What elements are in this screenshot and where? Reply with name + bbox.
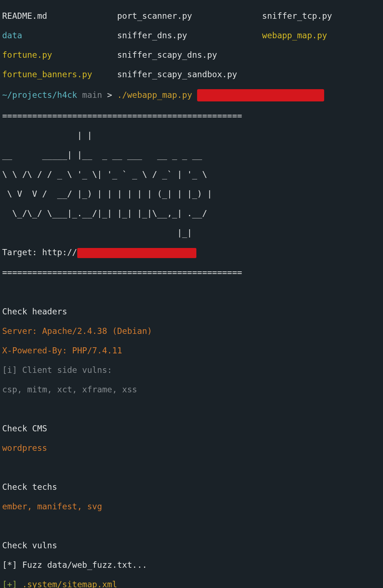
- blank-3: [2, 463, 381, 472]
- ls-row-4: fortune_banners.py sniffer_scapy_sandbox…: [2, 70, 381, 79]
- check-cms-title: Check CMS: [2, 424, 381, 434]
- file-port-scanner: port_scanner.py: [117, 11, 192, 21]
- redacted-argument: [197, 89, 324, 101]
- header-xpoweredby: X-Powered-By: PHP/7.4.11: [2, 346, 381, 356]
- fuzz-1-prefix: [*]: [2, 560, 22, 570]
- check-techs-title: Check techs: [2, 482, 381, 492]
- ascii-art-6: |_|: [2, 228, 381, 238]
- blank-1: [2, 287, 381, 297]
- redacted-target-url: [77, 248, 196, 258]
- file-fortune-banners: fortune_banners.py: [2, 70, 92, 79]
- prompt-line-1[interactable]: ~/projects/h4ck main > ./webapp_map.py: [2, 89, 381, 101]
- client-vulns-info: [i] Client side vulns:: [2, 365, 381, 375]
- result-1: [+] .system/sitemap.xml: [2, 580, 381, 588]
- banner-divider-top: ========================================…: [2, 111, 381, 121]
- ls-row-3: fortune.py sniffer_scapy_dns.py: [2, 50, 381, 60]
- blank-2: [2, 404, 381, 414]
- prompt-sep: >: [107, 90, 117, 100]
- blank-4: [2, 521, 381, 531]
- check-vulns-title: Check vulns: [2, 541, 381, 550]
- terminal[interactable]: README.md port_scanner.py sniffer_tcp.py…: [0, 0, 383, 588]
- target-line: Target: http://: [2, 248, 381, 258]
- file-sniffer-scapy-dns: sniffer_scapy_dns.py: [117, 50, 217, 60]
- check-headers-title: Check headers: [2, 307, 381, 317]
- target-label: Target: http://: [2, 248, 77, 257]
- file-sniffer-scapy-sandbox: sniffer_scapy_sandbox.py: [117, 70, 237, 79]
- file-sniffer-tcp: sniffer_tcp.py: [262, 11, 332, 21]
- banner-divider-bottom: ========================================…: [2, 268, 381, 278]
- prompt-command: ./webapp_map.py: [117, 90, 197, 100]
- prompt-path: ~/projects/h4ck: [2, 90, 77, 100]
- file-fortune: fortune.py: [2, 50, 52, 60]
- ls-row-2: data sniffer_dns.py webapp_map.py: [2, 31, 381, 40]
- result-text: .system/sitemap.xml: [22, 580, 117, 588]
- file-webapp-map: webapp_map.py: [262, 31, 327, 40]
- ascii-art-2: __ _____| |__ _ __ ___ __ _ _ __: [2, 150, 381, 160]
- client-vulns-list: csp, mitm, xct, xframe, xss: [2, 385, 381, 395]
- ascii-art-3: \ \ /\ / / _ \ '_ \| '_ ` _ \ / _` | '_ …: [2, 170, 381, 179]
- ascii-art-1: | |: [2, 131, 381, 140]
- cms-value: wordpress: [2, 443, 381, 453]
- plus-icon: [+]: [2, 580, 22, 588]
- dir-data: data: [2, 31, 22, 40]
- ls-row-1: README.md port_scanner.py sniffer_tcp.py: [2, 11, 381, 21]
- ascii-art-4: \ V V / __/ |_) | | | | | | (_| | |_) |: [2, 189, 381, 199]
- fuzz-1-text: Fuzz data/web_fuzz.txt...: [22, 560, 147, 570]
- techs-value: ember, manifest, svg: [2, 502, 381, 511]
- header-server: Server: Apache/2.4.38 (Debian): [2, 326, 381, 336]
- ascii-art-5: \_/\_/ \___|_.__/|_| |_| |_|\__,_| .__/: [2, 209, 381, 218]
- fuzz-1: [*] Fuzz data/web_fuzz.txt...: [2, 560, 381, 570]
- file-sniffer-dns: sniffer_dns.py: [117, 31, 187, 40]
- file-readme: README.md: [2, 11, 47, 21]
- prompt-branch: main: [77, 90, 107, 100]
